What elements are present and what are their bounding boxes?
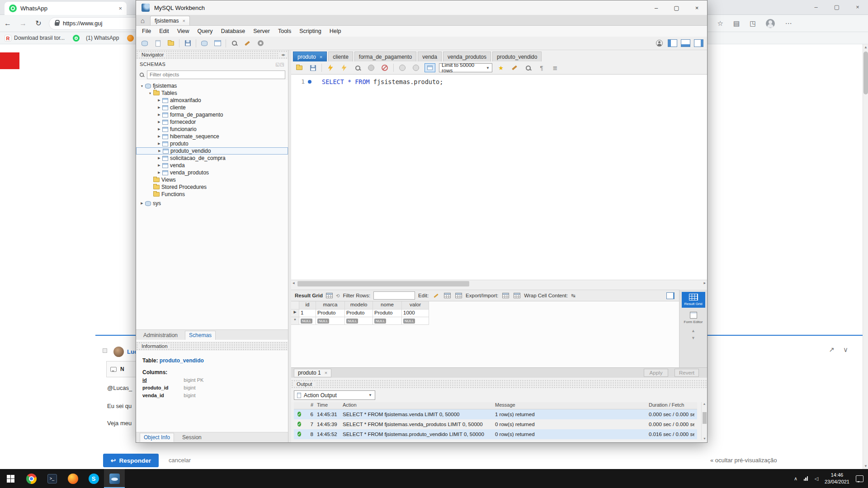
query-tab-produto-vendido[interactable]: produto_vendido (492, 52, 542, 61)
scroll-down-icon[interactable]: ▼ (703, 437, 706, 440)
column-header[interactable]: valor (402, 301, 429, 310)
taskbar-terminal[interactable]: >_ (42, 469, 62, 488)
scrollbar-thumb[interactable] (863, 52, 868, 94)
task极bar-skype[interactable]: S (83, 469, 104, 488)
extensions-icon[interactable]: ◳ (750, 19, 756, 28)
result-tab-produto1[interactable]: produto 1 × (294, 369, 331, 377)
cancel-link[interactable]: cancelar (169, 457, 191, 464)
save-icon[interactable] (308, 63, 318, 73)
tab-object-info[interactable]: Object Info (140, 433, 174, 442)
column-header[interactable]: id (299, 301, 316, 310)
menu-scripting[interactable]: Scripting (295, 28, 326, 34)
back-icon[interactable]: ← (0, 19, 15, 28)
close-tab-icon[interactable]: × (118, 5, 122, 12)
browser-tab-whatsapp[interactable]: WhatsApp × (5, 2, 127, 15)
close-icon[interactable]: × (687, 5, 707, 11)
grid-new-row[interactable]: * NULL NULL NULL NULL NULL (291, 317, 679, 325)
tree-item-table[interactable]: ▶venda_produtos (136, 169, 288, 176)
query-tab-cliente[interactable]: cliente (328, 52, 353, 61)
column-header[interactable]: modelo (345, 301, 373, 310)
grid-cell[interactable]: 1 (299, 310, 316, 317)
responder-button[interactable]: ↩ Responder (103, 454, 159, 467)
tree-item-table[interactable]: ▶almoxarifado (136, 97, 288, 104)
menu-edit[interactable]: Edit (155, 28, 173, 34)
column-header[interactable]: nome (373, 301, 402, 310)
toggle-output-icon[interactable] (680, 38, 690, 48)
expand-editor-icon[interactable]: ↗ (829, 346, 835, 354)
beautify-sql-icon[interactable] (509, 63, 519, 73)
workbench-title-bar[interactable]: MySQL Workbench – ▢ × (136, 0, 707, 15)
commit-icon[interactable] (397, 63, 407, 73)
minimize-icon[interactable]: – (806, 4, 826, 10)
scroll-up-icon[interactable]: ▲ (863, 45, 868, 49)
execute-query-icon[interactable] (326, 63, 335, 73)
create-schema-icon[interactable] (199, 38, 209, 48)
create-table-icon[interactable] (212, 38, 222, 48)
beautify-icon[interactable] (242, 38, 252, 48)
forward-icon[interactable]: → (15, 19, 31, 28)
close-tab-icon[interactable]: × (320, 54, 322, 60)
volume-icon[interactable]: ◁ (814, 476, 818, 482)
collapse-panel-icon[interactable]: ◂▸ (278, 52, 288, 57)
query-tab-venda[interactable]: venda (418, 52, 442, 61)
menu-server[interactable]: Server (249, 28, 274, 34)
edit-cell-icon[interactable] (432, 291, 440, 300)
output-scrollbar[interactable]: ▲ ▼ (701, 402, 707, 440)
tree-item-table[interactable]: ▶venda (136, 162, 288, 169)
stop-on-error-toggle-icon[interactable] (380, 63, 390, 73)
output-mode-select[interactable]: Action Output ▼ (294, 390, 375, 400)
grid-cell[interactable]: Produto (345, 310, 373, 317)
wrap-text-icon[interactable]: ≣ (550, 63, 560, 73)
result-grid-panel-button[interactable]: Result Grid (682, 292, 705, 308)
query-tab-forma-de-pagamento[interactable]: forma_de_pagamento (354, 52, 416, 61)
action-center-icon[interactable] (856, 475, 863, 482)
grid-cell[interactable]: Produto (316, 310, 345, 317)
menu-query[interactable]: Query (193, 28, 217, 34)
taskbar-mysql-workbench[interactable] (104, 469, 125, 488)
tree-item-table[interactable]: ▶solicitacao_de_compra (136, 155, 288, 162)
tab-schemas[interactable]: Schemas (185, 331, 216, 340)
close-tab-icon[interactable]: × (182, 18, 185, 23)
find-icon[interactable] (523, 63, 533, 73)
save-snippet-icon[interactable]: ★ (496, 63, 506, 73)
scroll-down-icon[interactable]: ▼ (863, 464, 868, 468)
grid-data-row[interactable]: ▶ 1 Produto Produto Produto 1000 (291, 310, 679, 317)
row-limit-select[interactable]: Limit to 50000 rows ▼ (439, 63, 492, 72)
search-icon[interactable] (229, 38, 239, 48)
tree-item-table[interactable]: ▶funcionario (136, 126, 288, 133)
tree-item-stored-procedures[interactable]: Stored Procedures (136, 183, 288, 191)
collections-icon[interactable]: ▤ (733, 19, 740, 28)
collapse-quote-icon[interactable] (103, 348, 107, 353)
apply-button[interactable]: Apply (644, 369, 668, 377)
maximize-icon[interactable]: ▢ (666, 5, 687, 11)
bookmark-whatsapp[interactable]: (1) WhatsApp (73, 35, 119, 42)
query-tab-produto[interactable]: produto × (293, 52, 327, 61)
tree-item-schema[interactable]: ▼fjsistemas (136, 82, 288, 89)
grid-view-icon[interactable] (326, 293, 333, 298)
autocommit-toggle-icon[interactable] (425, 63, 435, 72)
panel-scroll-up-icon[interactable]: ▲ (679, 328, 707, 333)
taskbar-clock[interactable]: 14:46 23/04/2021 (825, 472, 849, 486)
home-icon[interactable]: ⌂ (141, 17, 145, 24)
tab-session[interactable]: Session (179, 433, 205, 442)
menu-help[interactable]: Help (326, 28, 345, 34)
grid-cell-null[interactable]: NULL (316, 317, 345, 325)
avatar[interactable] (113, 347, 124, 357)
profile-avatar[interactable] (766, 19, 775, 28)
refresh-grid-icon[interactable]: ⟲ (336, 293, 340, 298)
scroll-up-icon[interactable]: ▲ (702, 402, 707, 405)
menu-file[interactable]: File (138, 28, 155, 34)
menu-database[interactable]: Database (217, 28, 250, 34)
add-row-icon[interactable] (443, 291, 451, 300)
refresh-schemas-icon[interactable]: ◱◳ (275, 62, 284, 67)
grid-cell[interactable]: Produto (373, 310, 402, 317)
refresh-icon[interactable]: ↻ (31, 19, 46, 28)
taskbar-firefox[interactable] (62, 469, 83, 488)
bookmark-download[interactable]: R Download brasil tor... (5, 35, 65, 42)
filter-rows-input[interactable] (373, 291, 415, 300)
tree-item-table[interactable]: ▶forma_de_pagamento (136, 111, 288, 118)
bookmark-orange-icon[interactable] (127, 35, 134, 42)
show-invisibles-icon[interactable]: ¶ (537, 63, 547, 73)
menu-tools[interactable]: Tools (274, 28, 295, 34)
panel-scroll-down-icon[interactable]: ▼ (679, 336, 707, 340)
